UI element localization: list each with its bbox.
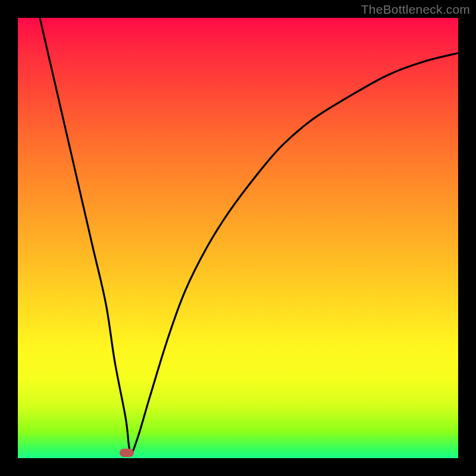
minimum-marker [120,449,134,457]
plot-area [18,18,458,458]
watermark-label: TheBottleneck.com [361,2,470,17]
chart-frame: TheBottleneck.com [0,0,476,476]
bottleneck-curve [18,18,458,458]
